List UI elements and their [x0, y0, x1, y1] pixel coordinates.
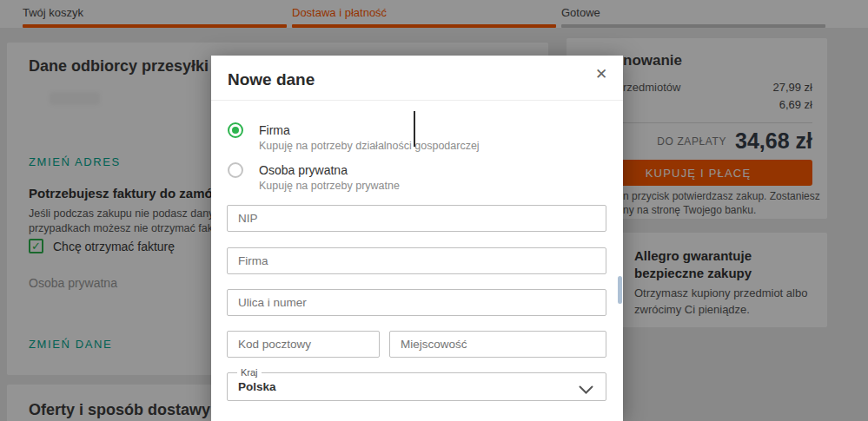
radio-private-description: Kupuję na potrzeby prywatne: [259, 180, 400, 192]
chevron-down-icon: [579, 383, 593, 398]
radio-company[interactable]: [228, 122, 243, 138]
radio-private-label: Osoba prywatna: [259, 163, 348, 177]
nip-input[interactable]: [227, 205, 606, 232]
radio-private-person[interactable]: [228, 162, 243, 178]
checkout-page: Twój koszyk Dostawa i płatność Gotowe Da…: [0, 0, 868, 421]
modal-scrollbar-thumb[interactable]: [618, 276, 622, 304]
new-data-modal: Nowe dane ✕ Firma Kupuję na potrzeby dzi…: [211, 56, 623, 421]
text-caret: [414, 111, 415, 147]
city-input[interactable]: [389, 331, 606, 358]
country-select-value: Polska: [238, 380, 276, 393]
postal-code-input[interactable]: [227, 331, 380, 358]
country-select-label: Kraj: [237, 367, 262, 378]
modal-title: Nowe dane: [228, 70, 315, 89]
close-icon[interactable]: ✕: [590, 62, 613, 85]
modal-header-divider: [211, 100, 623, 101]
company-input[interactable]: [227, 247, 606, 274]
country-select[interactable]: Kraj Polska: [227, 372, 606, 401]
street-input[interactable]: [227, 289, 606, 316]
radio-company-description: Kupuję na potrzeby działalności gospodar…: [259, 140, 480, 152]
radio-company-label: Firma: [259, 123, 290, 137]
